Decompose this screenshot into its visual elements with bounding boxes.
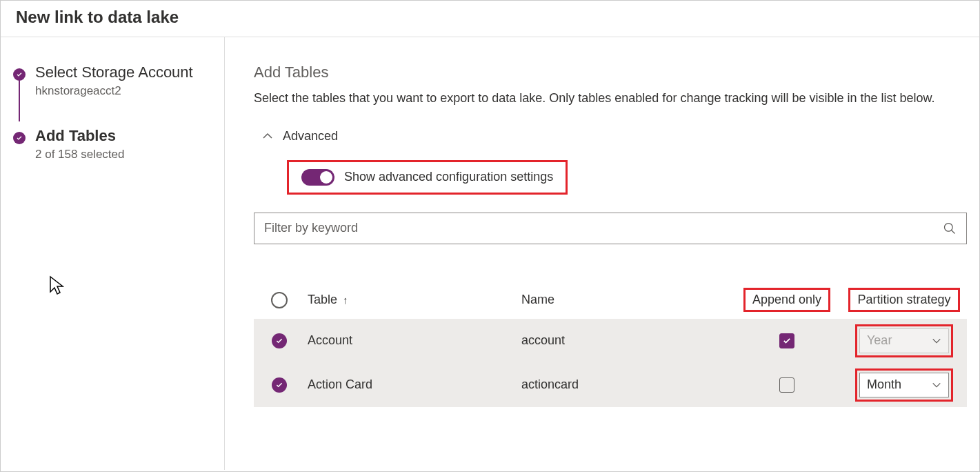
cell-name: actioncard	[521, 377, 728, 392]
table-row[interactable]: Action Card actioncard Month	[254, 363, 967, 407]
check-circle-icon	[13, 68, 26, 81]
column-header-append-only[interactable]: Append only	[728, 288, 846, 312]
column-label: Partition strategy	[848, 288, 959, 312]
chevron-up-icon	[262, 130, 273, 141]
show-advanced-toggle[interactable]	[301, 169, 334, 186]
wizard-step-storage[interactable]: Select Storage Account hknstorageacct2	[13, 63, 208, 98]
table-header-row: Table ↑ Name Append only Partition strat…	[254, 282, 967, 319]
section-title: Add Tables	[254, 63, 967, 81]
step-subtitle: 2 of 158 selected	[35, 148, 124, 161]
cell-table: Account	[301, 333, 521, 348]
column-header-name[interactable]: Name	[521, 293, 728, 307]
row-select-checkbox[interactable]	[272, 333, 287, 348]
select-value: Month	[867, 377, 901, 392]
toggle-knob	[320, 171, 332, 184]
select-value: Year	[867, 333, 892, 348]
cursor-icon	[49, 275, 66, 296]
filter-box[interactable]	[254, 213, 967, 244]
check-circle-icon	[13, 132, 26, 144]
select-all-checkbox[interactable]	[271, 292, 288, 308]
step-title: Add Tables	[35, 127, 124, 145]
chevron-down-icon	[932, 380, 941, 390]
advanced-collapse-toggle[interactable]: Advanced	[262, 129, 967, 144]
toggle-label: Show advanced configuration settings	[344, 170, 553, 184]
advanced-toggle-row: Show advanced configuration settings	[287, 160, 568, 195]
append-only-checkbox[interactable]	[779, 333, 794, 348]
step-connector	[19, 80, 20, 121]
append-only-checkbox[interactable]	[779, 377, 794, 393]
row-select-checkbox[interactable]	[272, 377, 287, 393]
column-header-table[interactable]: Table ↑	[301, 293, 521, 307]
partition-strategy-select[interactable]: Month	[859, 373, 949, 397]
wizard-sidebar: Select Storage Account hknstorageacct2 A…	[1, 37, 225, 470]
column-label: Name	[521, 293, 554, 306]
wizard-step-add-tables[interactable]: Add Tables 2 of 158 selected	[13, 127, 208, 161]
step-subtitle: hknstorageacct2	[35, 84, 193, 98]
svg-line-1	[952, 230, 955, 233]
step-title: Select Storage Account	[35, 63, 193, 81]
tables-grid: Table ↑ Name Append only Partition strat…	[254, 282, 967, 407]
table-row[interactable]: Account account Year	[254, 319, 967, 363]
column-header-partition-strategy[interactable]: Partition strategy	[846, 288, 963, 312]
sort-ascending-icon: ↑	[343, 294, 348, 306]
chevron-down-icon	[932, 336, 941, 346]
cell-name: account	[521, 333, 728, 348]
main-panel: Add Tables Select the tables that you wa…	[225, 37, 979, 470]
advanced-label: Advanced	[283, 129, 338, 144]
page-title: New link to data lake	[1, 1, 979, 37]
filter-input[interactable]	[264, 221, 943, 235]
search-icon	[943, 222, 957, 235]
svg-point-0	[945, 223, 953, 231]
section-description: Select the tables that you want to expor…	[254, 88, 967, 108]
partition-strategy-select[interactable]: Year	[859, 328, 949, 353]
cell-table: Action Card	[301, 377, 521, 392]
column-label: Table	[308, 293, 337, 307]
column-label: Append only	[743, 288, 830, 312]
